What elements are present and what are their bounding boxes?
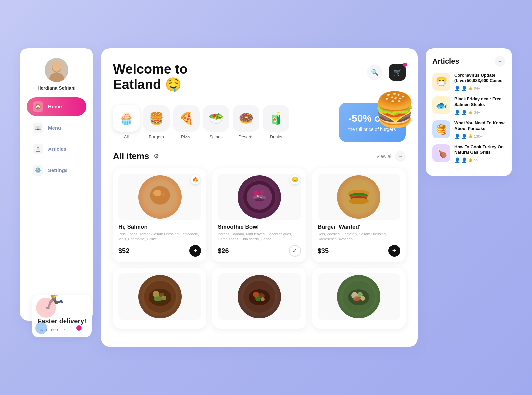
- cart-button[interactable]: 🛒: [389, 64, 406, 81]
- salmon-name: Hi, Salmon: [118, 224, 201, 230]
- promo-circle-2: [35, 322, 47, 334]
- promo-burger-emoji: 🍔: [374, 93, 416, 126]
- category-all[interactable]: 🧁 All: [113, 105, 140, 139]
- svg-point-28: [154, 296, 162, 301]
- promo-banner[interactable]: -50% off the full price of burgers 🍔: [339, 103, 406, 142]
- category-drinks-icon-wrap: 🧃: [263, 105, 289, 132]
- article-salmon-avatar2: 👤: [461, 110, 467, 115]
- svg-point-17: [254, 198, 264, 201]
- sidebar-item-articles[interactable]: 📋 Articles: [27, 140, 86, 158]
- article-turkey-info: How To Cook Turkey On Natural Gas Grills…: [454, 144, 505, 163]
- article-pancake-meta: 👤 👤 👍 130+: [454, 134, 505, 139]
- svg-point-35: [261, 297, 265, 301]
- article-pancake-avatar1: 👤: [454, 134, 460, 139]
- burger-image: [318, 174, 400, 220]
- promo-circle: [36, 298, 56, 318]
- section-left: All items ⚙: [113, 151, 159, 161]
- welcome-title: Welcome to Eatland 🤤: [113, 61, 188, 92]
- category-burgers[interactable]: 🍔 Burgers: [143, 105, 170, 139]
- salmon-image: [118, 174, 201, 220]
- svg-point-3: [52, 62, 61, 72]
- search-icon: 🔍: [371, 69, 378, 76]
- article-pancake[interactable]: 🥞 What You Need To Know About Pancake 👤 …: [432, 120, 505, 139]
- article-turkey[interactable]: 🍗 How To Cook Turkey On Natural Gas Gril…: [432, 144, 505, 163]
- burger-circle: [337, 175, 380, 219]
- article-salmon-title: Black Friday deal: Free Salmon Steaks: [454, 96, 505, 108]
- smoothie-circle: [238, 175, 281, 219]
- sidebar-item-menu[interactable]: 📖 Menu: [27, 119, 86, 137]
- article-turkey-like-icon: 👍: [468, 158, 473, 162]
- category-burgers-icon-wrap: 🍔: [143, 105, 170, 132]
- article-salmon-likes: 34+: [474, 110, 480, 114]
- salmon-footer: $52 +: [118, 245, 201, 257]
- article-turkey-avatar1: 👤: [454, 157, 460, 163]
- articles-header: Articles →: [432, 56, 505, 67]
- articles-icon: 📋: [33, 144, 43, 154]
- sidebar-item-home[interactable]: 🏠 Home: [27, 97, 86, 116]
- article-turkey-thumb: 🍗: [432, 144, 450, 162]
- svg-point-40: [353, 296, 360, 301]
- article-pancake-thumb: 🥞: [432, 120, 450, 138]
- all-items-title: All items: [113, 151, 149, 161]
- article-covid-likes: 94+: [474, 86, 480, 90]
- header-actions: 🔍 🛒: [367, 61, 406, 81]
- category-drinks[interactable]: 🧃 Drinks: [263, 105, 289, 139]
- category-deserts[interactable]: 🍩 Deserts: [233, 105, 259, 139]
- view-all-arrow: →: [395, 151, 406, 162]
- article-covid[interactable]: 😷 Coronavirus Update (Live) 50,883,600 C…: [432, 73, 505, 91]
- article-salmon-deal[interactable]: 🐟 Black Friday deal: Free Salmon Steaks …: [432, 96, 505, 115]
- smoothie-footer: $26 ✓: [218, 245, 301, 257]
- salmon-add-button[interactable]: +: [189, 245, 201, 257]
- categories-banner-row: 🧁 All 🍔 Burgers 🍕 Pizza 🥗 Salads 🍩: [113, 103, 406, 142]
- food-cards-row2: [113, 268, 406, 329]
- nav-menu: 🏠 Home 📖 Menu 📋 Articles ⚙️ Settings: [27, 97, 86, 180]
- article-salmon-meta: 👤 👤 👍 34+: [454, 110, 505, 115]
- article-pancake-title: What You Need To Know About Pancake: [454, 120, 505, 132]
- main-header: Welcome to Eatland 🤤 🔍 🛒: [113, 61, 406, 92]
- articles-arrow-button[interactable]: →: [495, 56, 505, 67]
- filter-icon[interactable]: ⚙: [154, 153, 159, 160]
- food-card-bowl1: [113, 268, 206, 329]
- menu-icon: 📖: [33, 123, 43, 133]
- svg-point-41: [360, 296, 365, 301]
- smoothie-image: [218, 174, 301, 220]
- burger-ingredients: Reis, Zoodles, Garnelen, Sesam Dressing,…: [318, 232, 400, 242]
- salmon-price: $52: [118, 247, 129, 255]
- bowl1-image: [118, 273, 201, 320]
- article-salmon-info: Black Friday deal: Free Salmon Steaks 👤 …: [454, 96, 505, 115]
- username-label: Herdiana Sefriani: [37, 85, 75, 91]
- article-turkey-likes: 55+: [474, 158, 480, 162]
- smoothie-check-button[interactable]: ✓: [289, 245, 301, 257]
- article-pancake-likes: 130+: [474, 134, 482, 138]
- view-all-button[interactable]: View all →: [376, 151, 406, 162]
- food-card-burger: Burger 'Wanted' Reis, Zoodles, Garnelen,…: [312, 168, 406, 262]
- main-content: Welcome to Eatland 🤤 🔍 🛒 🧁 All: [101, 48, 418, 347]
- category-pizza[interactable]: 🍕 Pizza: [173, 105, 200, 139]
- article-pancake-like-icon: 👍: [468, 134, 473, 138]
- svg-point-6: [153, 190, 161, 196]
- bowl1-circle: [138, 275, 182, 318]
- sidebar-item-settings[interactable]: ⚙️ Settings: [27, 161, 86, 180]
- cart-icon: 🛒: [393, 68, 402, 76]
- sidebar: Herdiana Sefriani 🏠 Home 📖 Menu 📋 Articl…: [20, 48, 93, 321]
- smoothie-ingredients: Berries, Banana, Mint leaves, Coconut fl…: [218, 232, 301, 242]
- burger-add-button[interactable]: +: [388, 245, 400, 257]
- smoothie-badge: 😊: [290, 175, 300, 184]
- article-covid-title: Coronavirus Update (Live) 50,883,600 Cas…: [454, 73, 505, 84]
- burger-price: $35: [318, 247, 329, 255]
- category-salads-icon-wrap: 🥗: [203, 105, 229, 132]
- search-button[interactable]: 🔍: [367, 65, 382, 80]
- article-covid-thumb: 😷: [432, 73, 450, 91]
- category-all-icon-wrap: 🧁: [113, 105, 140, 132]
- food-card-smoothie: 😊 Smoothie Bowl Berries, Banana, Mint le…: [212, 168, 306, 262]
- category-salads[interactable]: 🥗 Salads: [203, 105, 229, 139]
- burger-name: Burger 'Wanted': [318, 224, 400, 230]
- svg-point-16: [260, 197, 262, 198]
- right-panel: Articles → 😷 Coronavirus Update (Live) 5…: [426, 48, 512, 176]
- svg-point-15: [257, 195, 259, 197]
- all-items-header: All items ⚙ View all →: [113, 151, 406, 162]
- articles-panel: Articles → 😷 Coronavirus Update (Live) 5…: [426, 48, 512, 176]
- salmon-circle: [138, 175, 182, 219]
- svg-point-12: [253, 190, 259, 196]
- sushi-circle: [337, 275, 380, 318]
